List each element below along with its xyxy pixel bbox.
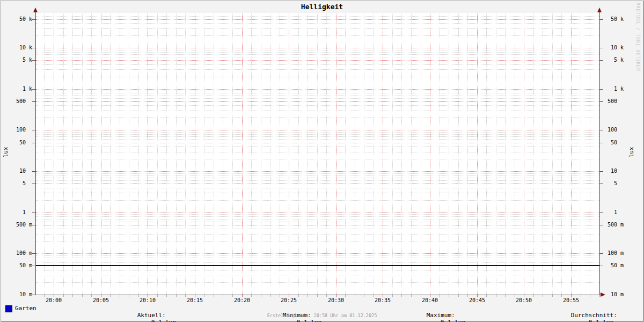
x-tick-mark (543, 295, 543, 297)
y-tick-mark-right (600, 266, 603, 266)
y-tick-label-left: 100 (0, 127, 32, 133)
x-gridline-minor (280, 13, 280, 295)
x-gridline-minor (496, 13, 496, 295)
y-tick-label-left: 50 k (0, 16, 32, 22)
x-gridline-minor (120, 13, 120, 295)
y-tick-mark-right (600, 184, 603, 184)
y-tick-label-right: 10 m (606, 291, 624, 297)
x-gridline-minor (317, 13, 318, 295)
x-tick-mark (411, 295, 412, 297)
y-tick-label-right: 50 k (606, 16, 624, 22)
x-tick-mark (486, 295, 487, 297)
y-tick-label-left: 50 m (0, 262, 32, 268)
x-gridline-minor (138, 13, 139, 295)
x-tick-mark (232, 295, 233, 297)
x-tick-mark (421, 295, 421, 297)
x-tick-mark (505, 295, 506, 297)
x-tick-mark (185, 295, 186, 297)
y-axis-right (599, 12, 600, 295)
x-tick-mark (440, 295, 440, 297)
y-tick-mark-right (600, 60, 603, 61)
x-tick-mark (552, 295, 553, 297)
y-axis-arrow-right (597, 8, 602, 12)
y-tick-label-left: 1 (0, 209, 32, 215)
x-gridline-minor (486, 13, 487, 295)
y-tick-label-left: 500 m (0, 222, 32, 228)
y-tick-label-right: 10 (606, 168, 624, 174)
x-tick-mark (374, 295, 374, 297)
rrdtool-watermark: RRDTOOL / TOBI OETIKER (635, 3, 640, 71)
x-gridline-minor (204, 13, 204, 295)
x-tick-label: 20:55 (558, 297, 584, 303)
y-tick-label-right: 1 (606, 209, 624, 215)
x-tick-mark (251, 295, 252, 297)
x-tick-mark (44, 295, 45, 297)
x-gridline-major (101, 13, 101, 295)
x-gridline-minor (392, 13, 393, 295)
y-tick-label-left: 1 k (0, 86, 32, 92)
y-tick-label-left: 5 (0, 180, 32, 186)
x-tick-mark (110, 295, 111, 297)
x-tick-mark (176, 295, 177, 297)
x-gridline-minor (129, 13, 129, 295)
y-tick-label-right: 100 m (606, 250, 624, 256)
x-gridline-major (383, 13, 383, 295)
y-tick-label-left: 500 (0, 98, 32, 104)
x-gridline-minor (401, 13, 402, 295)
creation-timestamp: Erstellungszeit: 20:58 Uhr am 01.12.2025 (0, 313, 644, 318)
x-gridline-minor (590, 13, 590, 295)
x-tick-mark (581, 295, 581, 297)
x-tick-mark (401, 295, 402, 297)
x-gridline-major (54, 13, 54, 295)
y-axis-unit-left: lux (2, 142, 9, 163)
y-tick-mark-right (600, 130, 603, 130)
y-tick-mark-right (600, 101, 603, 102)
x-gridline-minor (110, 13, 111, 295)
x-tick-mark (308, 295, 308, 297)
x-tick-mark (72, 295, 73, 297)
x-tick-label: 20:50 (510, 297, 537, 303)
stat-aktuell-value: 0.1 lux (151, 319, 176, 322)
y-axis-left (35, 12, 36, 295)
x-tick-mark (120, 295, 120, 297)
series-line-garten (36, 265, 599, 266)
x-gridline-minor (374, 13, 374, 295)
x-gridline-minor (72, 13, 73, 295)
x-tick-mark (467, 295, 468, 297)
y-tick-mark-right (600, 253, 603, 254)
x-gridline-minor (543, 13, 543, 295)
x-tick-mark (458, 295, 459, 297)
y-tick-label-left: 10 m (0, 291, 32, 297)
x-gridline-minor (505, 13, 506, 295)
y-tick-label-right: 5 (606, 180, 624, 186)
x-tick-label: 20:10 (134, 297, 161, 303)
x-gridline-minor (533, 13, 534, 295)
stat-minimum-value: 0.1 lux (297, 319, 321, 322)
y-tick-label-left: 100 m (0, 250, 32, 256)
x-gridline-minor (214, 13, 214, 295)
x-gridline-minor (421, 13, 421, 295)
x-gridline-minor (552, 13, 553, 295)
y-tick-label-right: 500 m (606, 222, 624, 228)
x-tick-label: 20:25 (275, 297, 302, 303)
x-gridline-major (148, 13, 148, 295)
x-gridline-major (195, 13, 195, 295)
x-gridline-minor (364, 13, 364, 295)
y-tick-label-right: 5 k (606, 57, 624, 63)
y-tick-label-right: 50 m (606, 262, 624, 268)
x-tick-label: 20:30 (323, 297, 349, 303)
y-tick-mark-right (600, 143, 603, 143)
x-gridline-minor (411, 13, 412, 295)
x-tick-mark (392, 295, 393, 297)
x-gridline-minor (232, 13, 233, 295)
x-tick-mark (91, 295, 92, 297)
x-gridline-minor (561, 13, 562, 295)
y-tick-mark-right (600, 225, 603, 225)
x-tick-mark (533, 295, 534, 297)
series-label: Garten (15, 305, 36, 312)
x-tick-mark (599, 295, 600, 297)
x-gridline-minor (166, 13, 167, 295)
x-tick-mark (590, 295, 590, 297)
x-tick-mark (63, 295, 64, 297)
x-tick-mark (157, 295, 158, 297)
